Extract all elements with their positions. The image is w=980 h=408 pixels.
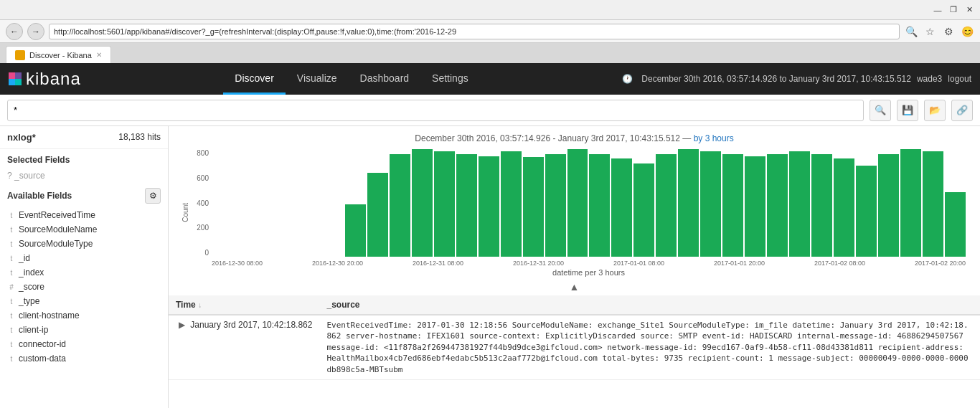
chart-bar-25[interactable] — [767, 154, 788, 257]
browser-star-icon[interactable]: ☆ — [923, 24, 937, 39]
nav-visualize[interactable]: Visualize — [286, 63, 349, 95]
field-item-SourceModuleType[interactable]: tSourceModuleType — [0, 237, 168, 251]
field-item-_index[interactable]: t_index — [0, 265, 168, 280]
chart-bar-12[interactable] — [479, 156, 499, 257]
chart-time-range: December 30th 2016, 03:57:14.926 - Janua… — [415, 133, 680, 143]
field-name: client-hostname — [19, 310, 80, 321]
time-range[interactable]: December 30th 2016, 03:57:14.926 to Janu… — [641, 74, 911, 84]
field-name: _id — [19, 253, 30, 263]
chart-bar-26[interactable] — [789, 151, 810, 257]
time-sort-icon[interactable]: ↓ — [198, 301, 202, 309]
field-item-_score[interactable]: #_score — [0, 280, 168, 294]
field-name: _index — [19, 267, 44, 277]
chart-bar-14[interactable] — [523, 157, 544, 257]
chart-bar-7[interactable] — [367, 173, 388, 257]
logo-sq-pink — [9, 72, 15, 79]
tab-close-icon[interactable]: ✕ — [96, 51, 102, 59]
chart-bar-13[interactable] — [501, 151, 522, 257]
nav-discover[interactable]: Discover — [223, 63, 285, 95]
x-label: 2016-12-30 20:00 — [312, 260, 363, 267]
field-name: SourceModuleType — [19, 239, 93, 249]
chart-bar-10[interactable] — [434, 151, 455, 257]
chart-bar-11[interactable] — [456, 154, 477, 257]
timestamp-cell: ▶ January 3rd 2017, 10:42:18.862 — [169, 315, 319, 379]
field-item-EventReceivedTime[interactable]: tEventReceivedTime — [0, 208, 168, 222]
share-button[interactable]: 🔗 — [951, 100, 973, 121]
field-item-client-ip[interactable]: tclient-ip — [0, 323, 168, 337]
field-type-icon: t — [7, 326, 16, 334]
chart-collapse-button[interactable]: ▲ — [183, 281, 966, 293]
nav-dashboard[interactable]: Dashboard — [349, 63, 421, 95]
y-label: 600 — [197, 174, 209, 182]
field-item-custom-data[interactable]: tcustom-data — [0, 351, 168, 366]
minimize-button[interactable]: — — [933, 5, 943, 15]
field-item-SourceModuleName[interactable]: tSourceModuleName — [0, 222, 168, 237]
field-item-_id[interactable]: t_id — [0, 251, 168, 265]
chart-bar-32[interactable] — [923, 151, 943, 257]
field-name: SourceModuleName — [19, 224, 97, 234]
chart-bar-16[interactable] — [567, 149, 588, 257]
address-bar[interactable] — [49, 24, 900, 39]
chart-bar-33[interactable] — [945, 192, 966, 257]
chart-bar-9[interactable] — [412, 149, 433, 257]
field-item-connector-id[interactable]: tconnector-id — [0, 337, 168, 351]
save-search-button[interactable]: 💾 — [897, 100, 918, 121]
field-name: _type — [19, 296, 39, 306]
content-area: December 30th 2016, 03:57:14.926 - Janua… — [169, 126, 980, 408]
chart-area: December 30th 2016, 03:57:14.926 - Janua… — [169, 126, 980, 293]
browser-settings-icon[interactable]: ⚙ — [941, 24, 956, 39]
load-search-button[interactable]: 📂 — [924, 100, 946, 121]
x-label: 2017-01-01 08:00 — [613, 260, 664, 267]
chart-interval-link[interactable]: by 3 hours — [694, 133, 734, 143]
fields-gear-button[interactable]: ⚙ — [145, 188, 161, 204]
tab-favicon — [15, 50, 25, 60]
chart-bar-27[interactable] — [811, 154, 832, 257]
forward-button[interactable]: → — [27, 23, 44, 40]
chart-bar-15[interactable] — [545, 154, 566, 257]
chart-title: December 30th 2016, 03:57:14.926 - Janua… — [183, 133, 966, 143]
chart-bar-20[interactable] — [656, 154, 677, 257]
search-button[interactable]: 🔍 — [870, 100, 891, 121]
field-name: connector-id — [19, 339, 66, 349]
search-bar: 🔍 💾 📂 🔗 — [0, 95, 980, 126]
search-input[interactable] — [7, 100, 864, 121]
chart-bar-17[interactable] — [589, 154, 610, 257]
chart-bar-29[interactable] — [856, 166, 877, 257]
x-label: 2017-01-02 08:00 — [814, 260, 865, 267]
browser-chrome: ← → 🔍 ☆ ⚙ 😊 Discover - Kibana ✕ — [0, 20, 980, 63]
maximize-button[interactable]: ❐ — [948, 5, 958, 15]
chart-bar-23[interactable] — [722, 154, 743, 257]
main-layout: nxlog* 18,183 hits Selected Fields ? _so… — [0, 126, 980, 408]
chart-bar-21[interactable] — [678, 149, 699, 257]
browser-user-icon[interactable]: 😊 — [960, 24, 974, 39]
time-column-header[interactable]: Time ↓ — [169, 295, 319, 315]
nav-settings[interactable]: Settings — [420, 63, 480, 95]
chart-bar-18[interactable] — [611, 158, 632, 257]
chart-bar-30[interactable] — [878, 154, 899, 257]
chart-bar-22[interactable] — [700, 151, 721, 257]
sidebar: nxlog* 18,183 hits Selected Fields ? _so… — [0, 126, 169, 408]
field-type-icon: t — [7, 355, 16, 363]
chart-bar-6[interactable] — [345, 204, 366, 257]
sidebar-collapse-button[interactable]: ◀ — [168, 253, 169, 282]
row-expand-button[interactable]: ▶ — [176, 320, 188, 330]
x-label: 2016-12-31 20:00 — [513, 260, 564, 267]
field-item-_type[interactable]: t_type — [0, 294, 168, 308]
chart-bar-28[interactable] — [834, 158, 854, 257]
chart-bar-19[interactable] — [633, 163, 654, 257]
field-item-client-hostname[interactable]: tclient-hostname — [0, 308, 168, 323]
logout-link[interactable]: logout — [948, 74, 971, 84]
chart-bar-31[interactable] — [900, 149, 921, 257]
selected-fields-title: Selected Fields — [0, 149, 168, 168]
browser-tab[interactable]: Discover - Kibana ✕ — [6, 46, 111, 63]
username: wade3 — [917, 74, 942, 84]
back-button[interactable]: ← — [6, 23, 23, 40]
close-button[interactable]: ✕ — [964, 5, 974, 15]
logo-sq-purple — [15, 72, 22, 79]
source-column-header: _source — [319, 295, 980, 315]
source-field[interactable]: ? _source — [0, 168, 168, 184]
browser-search-icon[interactable]: 🔍 — [904, 24, 918, 39]
chart-bar-24[interactable] — [745, 156, 765, 257]
field-type-icon: t — [7, 312, 16, 320]
chart-bar-8[interactable] — [390, 154, 410, 257]
